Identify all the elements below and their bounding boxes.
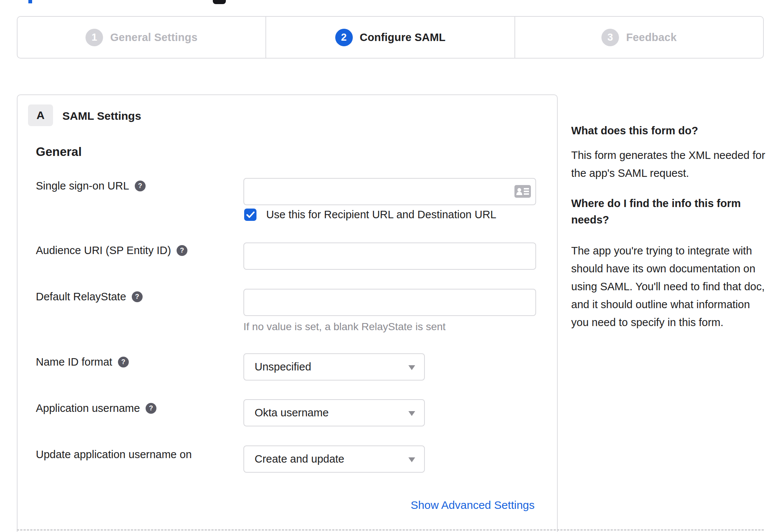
step-label: Configure SAML [360,31,446,44]
chevron-down-icon [408,411,415,416]
relaystate-hint: If no value is set, a blank RelayState i… [243,321,446,333]
help-icon[interactable]: ? [177,245,187,256]
label-text: Name ID format [36,356,112,368]
cropped-blue-artifact [28,0,32,3]
label-text: Application username [36,402,140,414]
update-application-username-label: Update application username on [36,448,192,461]
name-id-format-label: Name ID format ? [36,356,129,368]
group-heading-general: General [36,145,82,159]
help-heading-what: What does this form do? [571,122,766,139]
help-heading-where: Where do I find the info this form needs… [571,195,766,228]
sso-url-input[interactable] [243,178,536,205]
help-paragraph-where: The app you're trying to integrate with … [571,242,766,331]
chevron-down-icon [408,457,415,462]
saml-settings-panel: A SAML Settings General Single sign-on U… [17,94,558,532]
section-a-badge: A [28,104,53,126]
sso-url-input-wrap [243,178,536,205]
select-value: Unspecified [244,361,311,373]
label-text: Single sign-on URL [36,180,129,192]
update-application-username-select[interactable]: Create and update [243,445,425,473]
sso-url-label: Single sign-on URL ? [36,180,146,192]
show-advanced-settings-link[interactable]: Show Advanced Settings [411,499,535,511]
wizard-stepper: 1 General Settings 2 Configure SAML 3 Fe… [17,16,764,59]
label-text: Audience URI (SP Entity ID) [36,244,171,257]
step-feedback[interactable]: 3 Feedback [514,17,763,58]
step-general-settings[interactable]: 1 General Settings [18,17,265,58]
help-icon[interactable]: ? [146,403,156,414]
step-label: General Settings [110,31,197,44]
help-icon[interactable]: ? [132,291,143,302]
default-relaystate-input[interactable] [243,289,536,316]
application-username-select[interactable]: Okta username [243,399,425,426]
help-icon[interactable]: ? [135,181,146,191]
audience-uri-label: Audience URI (SP Entity ID) ? [36,244,187,257]
step-number-badge: 2 [335,29,353,46]
label-text: Default RelayState [36,291,126,303]
step-number-badge: 3 [601,29,619,46]
select-value: Okta username [244,407,329,419]
name-id-format-select[interactable]: Unspecified [243,353,425,381]
label-text: Update application username on [36,448,192,461]
audience-uri-input[interactable] [243,242,536,270]
default-relaystate-label: Default RelayState ? [36,291,143,303]
chevron-down-icon [408,365,415,370]
checkmark-icon [246,212,255,218]
footer-dashed-divider [17,529,764,531]
recipient-url-checkbox-row: Use this for Recipient URL and Destinati… [244,209,496,221]
step-label: Feedback [626,31,676,44]
step-configure-saml[interactable]: 2 Configure SAML [265,17,514,58]
step-number-badge: 1 [85,29,103,46]
recipient-url-checkbox-label: Use this for Recipient URL and Destinati… [266,209,496,221]
application-username-label: Application username ? [36,402,156,414]
cropped-dark-artifact [213,0,226,4]
help-icon[interactable]: ? [118,357,129,367]
recipient-url-checkbox[interactable] [244,209,256,221]
help-paragraph-what: This form generates the XML needed for t… [571,146,766,182]
section-title: SAML Settings [62,110,141,122]
select-value: Create and update [244,453,344,465]
contact-card-icon [514,185,531,198]
